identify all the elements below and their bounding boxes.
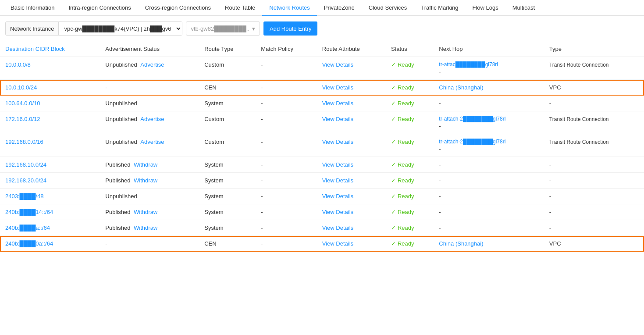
cell-adv-status: Unpublished Advertise [100,111,199,134]
table-row: 100.64.0.0/10UnpublishedSystem-View Deta… [0,96,644,111]
col-header-cidr[interactable]: Destination CIDR Block [0,41,100,57]
adv-action-link[interactable]: Withdraw [134,209,157,215]
cell-cidr: 192.168.20.0/24 [0,173,100,189]
next-hop-link[interactable]: tr-attach-2████████gl78rl [439,116,539,122]
view-details-link[interactable]: View Details [322,116,353,122]
next-hop-dash: - [439,100,441,107]
table-row: 240b:████14::/64Published WithdrawSystem… [0,204,644,220]
cell-match-policy: - [256,220,317,236]
view-details-link[interactable]: View Details [322,225,353,231]
next-hop-link[interactable]: tr-attac████████gl78rl [439,61,539,68]
cell-type: - [544,204,644,220]
view-details-link[interactable]: View Details [322,84,353,91]
status-ready: ✓Ready [391,240,428,247]
network-instance-dropdown[interactable]: vpc-gw████████k74(VPC) | zh███gv6 [59,22,182,35]
view-details-link[interactable]: View Details [322,209,353,215]
cell-cidr: 240b:████a::/64 [0,220,100,236]
adv-action-link[interactable]: Withdraw [134,225,157,231]
table-row: 10.0.10.0/24-CEN-View Details✓ReadyChina… [0,80,644,96]
cell-route-attr[interactable]: View Details [317,96,386,111]
tab-network-routes[interactable]: Network Routes [262,0,317,16]
cell-match-policy: - [256,189,317,204]
adv-action-link[interactable]: Advertise [140,61,164,68]
cell-route-type: Custom [199,134,256,157]
cell-next-hop: - [434,96,544,111]
cell-route-type: System [199,220,256,236]
col-header-match-policy: Match Policy [256,41,317,57]
cell-cidr: 172.16.0.0/12 [0,111,100,134]
cell-route-type: System [199,189,256,204]
adv-status-text: Published [105,225,130,231]
cell-type: - [544,96,644,111]
adv-status-text: Unpublished [105,100,137,107]
tab-bar: Basic Information Intra-region Connectio… [0,0,644,16]
adv-action-link[interactable]: Advertise [140,139,164,145]
check-icon: ✓ [391,209,396,215]
cell-status: ✓Ready [386,80,434,96]
cell-route-type: Custom [199,57,256,80]
cell-route-attr[interactable]: View Details [317,220,386,236]
tab-traffic-marking[interactable]: Traffic Marking [414,0,465,16]
cell-route-attr[interactable]: View Details [317,204,386,220]
cell-type: - [544,189,644,204]
adv-action-link[interactable]: Withdraw [134,161,157,168]
tab-route-table[interactable]: Route Table [218,0,262,16]
cell-match-policy: - [256,204,317,220]
tab-cross-region[interactable]: Cross-region Connections [138,0,218,16]
cell-route-attr[interactable]: View Details [317,157,386,173]
cell-type: VPC [544,80,644,96]
tab-cloud-services[interactable]: Cloud Services [362,0,414,16]
routes-table: Destination CIDR Block Advertisement Sta… [0,41,644,252]
cell-cidr: 100.64.0.0/10 [0,96,100,111]
cell-route-attr[interactable]: View Details [317,80,386,96]
cell-route-attr[interactable]: View Details [317,134,386,157]
cell-next-hop: tr-attach-2████████gl78rl - [434,134,544,157]
cell-adv-status: Published Withdraw [100,157,199,173]
add-route-entry-button[interactable]: Add Route Entry [263,21,317,36]
view-details-link[interactable]: View Details [322,177,353,184]
network-instance-selector[interactable]: Network Instance vpc-gw████████k74(VPC) … [5,21,182,36]
tab-basic-information[interactable]: Basic Information [4,0,61,16]
adv-action-link[interactable]: Withdraw [134,177,157,184]
cell-cidr: 240b:████0a::/64 [0,236,100,252]
view-details-link[interactable]: View Details [322,193,353,200]
toolbar: Network Instance vpc-gw████████k74(VPC) … [0,16,644,41]
cell-status: ✓Ready [386,189,434,204]
check-icon: ✓ [391,100,396,107]
view-details-link[interactable]: View Details [322,139,353,145]
col-header-type: Type [544,41,644,57]
cell-match-policy: - [256,111,317,134]
cell-status: ✓Ready [386,236,434,252]
cell-type: - [544,173,644,189]
cell-route-attr[interactable]: View Details [317,173,386,189]
cell-route-attr[interactable]: View Details [317,189,386,204]
view-details-link[interactable]: View Details [322,100,353,107]
status-ready: ✓Ready [391,225,428,231]
cell-type: VPC [544,236,644,252]
tab-multicast[interactable]: Multicast [505,0,542,16]
tab-private-zone[interactable]: PrivateZone [317,0,362,16]
tab-intra-region[interactable]: Intra-region Connections [61,0,138,16]
view-details-link[interactable]: View Details [322,240,353,247]
cell-match-policy: - [256,57,317,80]
view-details-link[interactable]: View Details [322,161,353,168]
adv-action-link[interactable]: Advertise [140,116,164,122]
next-hop-link[interactable]: tr-attach-2████████gl78rl [439,139,539,145]
status-ready: ✓Ready [391,116,428,122]
cell-route-type: System [199,96,256,111]
adv-status-dash: - [105,240,107,247]
network-instance-label: Network Instance [6,22,59,35]
vtb-dropdown[interactable]: vtb-gw82████████.. ▾ [186,21,260,36]
china-shanghai-label: China (Shanghai) [439,240,483,247]
col-header-next-hop: Next Hop [434,41,544,57]
check-icon: ✓ [391,193,396,200]
cell-route-attr[interactable]: View Details [317,111,386,134]
view-details-link[interactable]: View Details [322,61,353,68]
cell-next-hop: - [434,173,544,189]
next-hop-secondary: - [439,123,539,129]
cell-route-attr[interactable]: View Details [317,57,386,80]
cell-route-attr[interactable]: View Details [317,236,386,252]
tab-flow-logs[interactable]: Flow Logs [466,0,505,16]
status-ready: ✓Ready [391,209,428,215]
cell-match-policy: - [256,134,317,157]
